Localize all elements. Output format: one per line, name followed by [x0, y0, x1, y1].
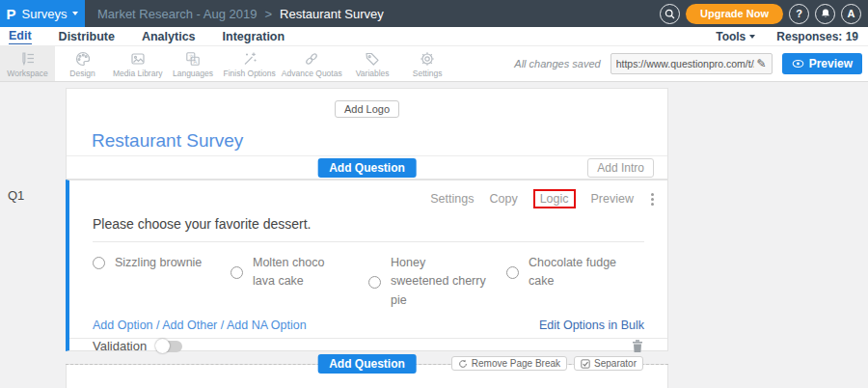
- tab-edit[interactable]: Edit: [9, 29, 32, 44]
- workspace-canvas: Q1 Add Logo Restaurant Survey Add Questi…: [0, 82, 868, 388]
- checkbox-check-icon: [581, 359, 590, 369]
- survey-url-box: ✎: [610, 53, 773, 74]
- question-settings-link[interactable]: Settings: [430, 192, 474, 206]
- option-links-row: Add Option / Add Other / Add NA Option E…: [69, 310, 667, 338]
- validation-toggle[interactable]: [156, 341, 182, 352]
- nav-right: Tools Responses: 19: [716, 30, 868, 43]
- toolbar-item-workspace[interactable]: Workspace: [0, 46, 55, 81]
- breadcrumb-current: Restaurant Survey: [280, 7, 384, 21]
- help-button[interactable]: ?: [789, 4, 809, 24]
- option-chocolate-fudge-cake[interactable]: Chocolate fudge cake: [506, 254, 644, 291]
- tab-analytics[interactable]: Analytics: [142, 30, 196, 43]
- main-nav: Edit Distribute Analytics Integration To…: [0, 27, 868, 45]
- toolbar-item-finish-options[interactable]: Finish Options: [221, 46, 279, 81]
- responses-count[interactable]: Responses: 19: [776, 30, 858, 43]
- survey-url-input[interactable]: [616, 58, 754, 69]
- preview-button[interactable]: Preview: [782, 53, 862, 74]
- delete-question-button[interactable]: [631, 339, 644, 353]
- toolbar-item-design[interactable]: Design: [55, 46, 110, 81]
- option-sizzling-brownie[interactable]: Sizzling brownie: [93, 254, 231, 272]
- edit-url-pencil-icon[interactable]: ✎: [757, 57, 767, 70]
- question-preview-link[interactable]: Preview: [591, 192, 634, 206]
- question-copy-link[interactable]: Copy: [489, 192, 517, 206]
- topbar-actions: Upgrade Now ? A: [660, 4, 868, 24]
- survey-header-card: Add Logo Restaurant Survey Add Question …: [66, 88, 668, 180]
- add-intro-button[interactable]: Add Intro: [587, 158, 654, 178]
- survey-title[interactable]: Restaurant Survey: [92, 130, 667, 152]
- breadcrumb-separator-icon: >: [264, 7, 272, 21]
- tools-dropdown[interactable]: Tools: [716, 30, 755, 43]
- toolbar-right: All changes saved ✎ Preview: [514, 46, 868, 81]
- image-icon: [129, 50, 147, 68]
- question-footer: Validation: [69, 338, 667, 353]
- question-card: Settings Copy Logic Preview Please choos…: [66, 180, 668, 351]
- surveys-menu[interactable]: P Surveys: [0, 0, 85, 27]
- chevron-down-icon: [749, 35, 755, 39]
- refresh-icon: [458, 359, 468, 369]
- question-text[interactable]: Please choose your favorite dessert.: [93, 216, 667, 232]
- svg-text:A: A: [193, 59, 197, 65]
- edit-toolbar: Workspace Design Media Library 文A Langua…: [0, 45, 868, 82]
- add-question-button-bottom[interactable]: Add Question: [317, 354, 417, 374]
- tag-icon: [364, 50, 381, 68]
- validation-label: Validation: [93, 339, 147, 353]
- tab-distribute[interactable]: Distribute: [59, 30, 115, 43]
- radio-icon[interactable]: [506, 266, 519, 279]
- toolbar-item-advance-quotas[interactable]: Advance Quotas: [279, 46, 345, 81]
- radio-icon[interactable]: [231, 266, 243, 279]
- tab-integration[interactable]: Integration: [223, 30, 285, 43]
- workspace-icon: [19, 50, 37, 68]
- remove-page-break-button[interactable]: Remove Page Break: [451, 356, 567, 371]
- magic-wand-icon: [241, 50, 258, 68]
- question-number-label: Q1: [8, 188, 24, 203]
- edit-options-in-bulk-link[interactable]: Edit Options in Bulk: [539, 319, 644, 332]
- gear-icon: [419, 50, 436, 68]
- kebab-menu-icon[interactable]: [651, 193, 654, 206]
- notifications-bell-icon[interactable]: [815, 4, 835, 24]
- question-logic-link-highlighted[interactable]: Logic: [533, 189, 576, 208]
- breadcrumb-parent[interactable]: Market Research - Aug 2019: [97, 7, 257, 21]
- avatar[interactable]: A: [841, 4, 861, 24]
- eye-icon: [792, 59, 804, 69]
- breadcrumb: Market Research - Aug 2019 > Restaurant …: [97, 7, 384, 21]
- page-break-row: Add Question Remove Page Break Separator: [66, 353, 668, 374]
- translate-icon: 文A: [184, 50, 202, 68]
- upgrade-now-button[interactable]: Upgrade Now: [686, 4, 783, 24]
- toolbar-item-media-library[interactable]: Media Library: [110, 46, 166, 81]
- add-logo-button[interactable]: Add Logo: [335, 100, 399, 118]
- radio-icon[interactable]: [368, 276, 381, 289]
- search-icon[interactable]: [660, 4, 680, 24]
- palette-icon: [74, 50, 92, 68]
- questionpro-logo-icon: P: [7, 7, 16, 21]
- separator-button[interactable]: Separator: [574, 356, 643, 371]
- add-option-links[interactable]: Add Option / Add Other / Add NA Option: [93, 319, 307, 332]
- answer-options: Sizzling brownie Molten choco lava cake …: [69, 242, 667, 310]
- toolbar-item-languages[interactable]: 文A Languages: [166, 46, 221, 81]
- option-honey-sweetened-cherry-pie[interactable]: Honey sweetened cherry pie: [368, 254, 506, 310]
- surveys-menu-label: Surveys: [22, 7, 68, 21]
- trash-icon: [631, 339, 644, 353]
- add-question-button-top[interactable]: Add Question: [317, 158, 417, 178]
- chain-links-icon: [303, 50, 320, 68]
- autosave-status: All changes saved: [514, 58, 600, 69]
- question-actions: Settings Copy Logic Preview: [69, 180, 667, 208]
- toolbar-item-settings[interactable]: Settings: [400, 46, 455, 81]
- top-bar: P Surveys Market Research - Aug 2019 > R…: [0, 0, 868, 27]
- survey-header-actions: Add Question Add Intro: [67, 155, 667, 179]
- page-break-actions: Remove Page Break Separator: [451, 356, 643, 371]
- option-molten-choco-lava-cake[interactable]: Molten choco lava cake: [231, 254, 368, 291]
- radio-icon[interactable]: [93, 257, 105, 269]
- toolbar-item-variables[interactable]: Variables: [345, 46, 400, 81]
- chevron-down-icon: [72, 12, 78, 15]
